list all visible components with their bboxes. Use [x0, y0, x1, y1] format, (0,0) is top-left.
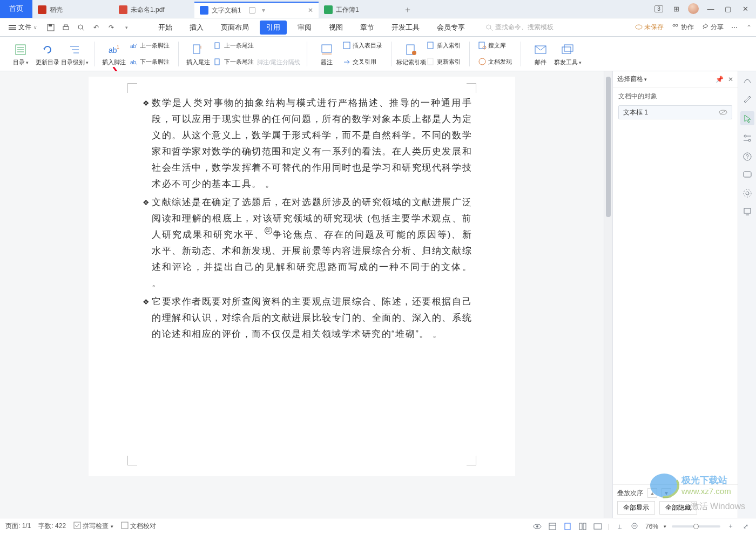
hide-all-button[interactable]: 全部隐藏 [659, 501, 697, 515]
page-mode-icon[interactable] [563, 522, 572, 531]
qat-preview[interactable] [75, 22, 87, 33]
fit-width-icon[interactable]: ⟂ [615, 522, 625, 531]
show-all-button[interactable]: 全部显示 [617, 501, 655, 515]
qat-print[interactable] [60, 22, 72, 33]
move-down-button[interactable]: ▼ [662, 488, 671, 498]
svg-text:ab': ab' [130, 43, 137, 49]
next-tailnote-button[interactable]: 下一条尾注 [212, 56, 256, 69]
paragraph-text[interactable]: 数学是人类对事物的抽象结构与模式进行严格描述、推导的一种通用手段，可以应用于现实… [152, 95, 472, 192]
zoom-thumb[interactable] [693, 524, 699, 529]
rail-chat-icon[interactable] [742, 170, 753, 180]
avatar[interactable] [686, 1, 701, 16]
scroll-thumb[interactable] [606, 77, 611, 217]
more-icon[interactable]: ⋯ [731, 24, 739, 31]
menu-insert[interactable]: 插入 [183, 21, 210, 35]
qat-dropdown[interactable]: ▾ [120, 22, 132, 33]
rail-help-icon[interactable]: ? [742, 151, 753, 162]
caption-button[interactable]: 题注 [314, 39, 340, 69]
unsaved-indicator[interactable]: 未保存 [635, 23, 664, 32]
outline-mode-icon[interactable] [578, 522, 588, 531]
mail-button[interactable]: 邮件 [528, 39, 554, 69]
move-up-button[interactable]: ▲ [647, 488, 657, 498]
tab-pdf[interactable]: 未命名1.pdf [113, 2, 194, 18]
svg-text:ab: ab [109, 46, 117, 55]
collapse-ribbon-icon[interactable]: ⌃ [746, 24, 752, 31]
mass-tools-button[interactable]: 群发工具 [555, 39, 580, 69]
word-count[interactable]: 字数: 422 [38, 522, 66, 531]
rail-device-icon[interactable] [742, 206, 753, 217]
tab-home[interactable]: 首页 [0, 0, 32, 18]
paragraph-text[interactable]: 它要求作者既要对所查阅资料的主要观点进展综合、陈述，还要根据自己的理解和认识，对… [152, 294, 472, 342]
tab-daoke[interactable]: 稻壳 [32, 2, 113, 18]
menu-review[interactable]: 审阅 [291, 21, 318, 35]
doc-discover-button[interactable]: 文档发现 [476, 56, 514, 69]
spellcheck-toggle[interactable]: 拼写检查 ▾ [73, 522, 113, 531]
fullscreen-icon[interactable]: ⤢ [741, 522, 751, 531]
toc-button[interactable]: 目录 [8, 39, 33, 69]
tab-doc-active[interactable]: 文字文稿1 ▾ ✕ [194, 2, 319, 18]
menu-dev[interactable]: 开发工具 [385, 21, 426, 35]
svg-point-43 [748, 139, 751, 141]
close-panel-icon[interactable]: ✕ [728, 76, 733, 83]
proofread-toggle[interactable]: 文档校对 [121, 522, 156, 531]
svg-point-10 [676, 24, 678, 26]
insert-table-toc-button[interactable]: 插入表目录 [341, 39, 384, 52]
apps-icon[interactable]: ⊞ [669, 1, 684, 16]
pin-icon[interactable]: 📌 [716, 76, 724, 83]
rail-gear-icon[interactable] [742, 188, 753, 199]
minimize-button[interactable]: — [703, 1, 718, 16]
crossref-button[interactable]: 交叉引用 [341, 56, 384, 69]
prev-tailnote-button[interactable]: 上一条尾注 [212, 39, 256, 52]
close-window-button[interactable]: ✕ [738, 1, 753, 16]
eye-mode-icon[interactable] [532, 522, 542, 531]
read-mode-icon[interactable] [548, 522, 557, 531]
next-footnote-button[interactable]: ab,下一条脚注 [128, 56, 172, 69]
zoom-out-icon[interactable] [630, 522, 640, 531]
menu-start[interactable]: 开始 [152, 21, 179, 35]
rail-pen-icon[interactable] [742, 93, 753, 104]
toc-level-button[interactable]: 目录级别 [62, 39, 87, 69]
share-button[interactable]: 分享 [701, 23, 724, 32]
update-toc-button[interactable]: 更新目录 [35, 39, 60, 69]
tab-label: 稻壳 [50, 5, 63, 15]
insert-index-button[interactable]: 插入索引 [425, 39, 463, 52]
menu-references[interactable]: 引用 [260, 21, 287, 35]
footnote-ref[interactable]: ① [265, 227, 272, 234]
vertical-scrollbar[interactable] [604, 71, 612, 518]
search-library-button[interactable]: 搜文库 [476, 39, 514, 52]
insert-tailnote-button[interactable]: i 插入尾注 [185, 39, 211, 69]
window-split-icon[interactable] [249, 7, 255, 13]
zoom-in-icon[interactable]: ＋ [726, 522, 735, 531]
close-icon[interactable]: ✕ [308, 6, 313, 14]
prev-footnote-button[interactable]: ab'上一条脚注 [128, 39, 172, 52]
rail-select-icon[interactable] [740, 111, 754, 125]
insert-footnote-button[interactable]: ab1 插入脚注 [101, 39, 127, 69]
tab-sheet[interactable]: 工作簿1 [319, 2, 400, 18]
new-tab-button[interactable]: ＋ [400, 2, 416, 18]
paragraph-text[interactable]: 文献综述是在确定了选题后，在对选题所涉及的研究领域的文献进展广泛阅读和理解的根底… [152, 194, 472, 292]
command-search[interactable]: 查找命令、搜索模板 [485, 23, 554, 32]
thumb-icon[interactable]: ▾ [262, 6, 265, 14]
zoom-slider[interactable] [672, 525, 720, 528]
rail-settings-icon[interactable] [742, 133, 753, 144]
page-indicator[interactable]: 页面: 1/1 [5, 522, 31, 531]
coop-button[interactable]: 协作 [671, 23, 693, 32]
qat-save[interactable] [45, 22, 57, 33]
qat-undo[interactable]: ↶ [90, 22, 102, 33]
menu-layout[interactable]: 页面布局 [214, 21, 255, 35]
zoom-value[interactable]: 76% [645, 523, 658, 530]
visibility-toggle-icon[interactable] [719, 109, 727, 116]
document-canvas[interactable]: ❖ 数学是人类对事物的抽象结构与模式进行严格描述、推导的一种通用手段，可以应用于… [0, 71, 604, 518]
file-menu[interactable]: 文件 ∨ [4, 22, 42, 33]
object-list-item[interactable]: 文本框 1 [618, 105, 732, 119]
mark-index-button[interactable]: 标记索引项 [398, 39, 424, 69]
maximize-button[interactable]: ▢ [720, 1, 735, 16]
menu-vip[interactable]: 会员专享 [430, 21, 471, 35]
menu-view[interactable]: 视图 [322, 21, 349, 35]
menu-chapter[interactable]: 章节 [354, 21, 381, 35]
notify-badge[interactable]: 3 [651, 1, 666, 16]
svg-point-49 [746, 192, 749, 195]
web-mode-icon[interactable] [593, 522, 603, 531]
rail-style-icon[interactable] [742, 75, 753, 85]
qat-redo[interactable]: ↷ [105, 22, 117, 33]
